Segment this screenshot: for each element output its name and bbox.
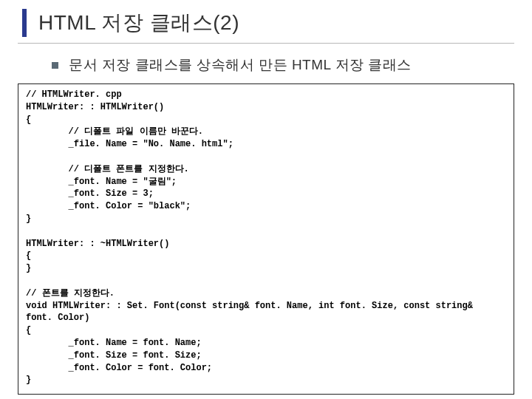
code-line: _font. Color = "black"; xyxy=(26,201,191,211)
code-line: { xyxy=(26,250,31,261)
bullet-text: 문서 저장 클래스를 상속해서 만든 HTML 저장 클래스 xyxy=(69,55,412,75)
slide-title: HTML 저장 클래스(2) xyxy=(38,9,239,37)
code-line: _font. Size = font. Size; xyxy=(26,350,202,361)
title-row: HTML 저장 클래스(2) xyxy=(0,0,532,41)
code-line: font. Color) xyxy=(26,313,89,323)
bullet-icon xyxy=(52,62,58,69)
code-line: _file. Name = "No. Name. html"; xyxy=(26,139,233,149)
code-line: // 디폴트 파일 이름만 바꾼다. xyxy=(26,126,203,137)
code-box: // HTMLWriter. cpp HTMLWriter: : HTMLWri… xyxy=(18,83,514,395)
code-line: // 폰트를 지정한다. xyxy=(26,288,115,299)
code-line: HTMLWriter: : ~HTMLWriter() xyxy=(26,239,169,249)
accent-bar xyxy=(22,9,27,37)
code-line: void HTMLWriter: : Set. Font(const strin… xyxy=(26,301,473,311)
bullet-row: 문서 저장 클래스를 상속해서 만든 HTML 저장 클래스 xyxy=(0,44,532,81)
code-line: HTMLWriter: : HTMLWriter() xyxy=(26,102,164,112)
code-line: { xyxy=(26,325,31,335)
code-line: // 디폴트 폰트를 지정한다. xyxy=(26,164,189,174)
code-line: _font. Color = font. Color; xyxy=(26,363,212,373)
code-line: _font. Name = "굴림"; xyxy=(26,177,177,187)
code-line: { xyxy=(26,115,31,125)
slide: HTML 저장 클래스(2) 문서 저장 클래스를 상속해서 만든 HTML 저… xyxy=(0,0,532,399)
code-line: _font. Size = 3; xyxy=(26,188,154,199)
code-line: } xyxy=(26,214,31,224)
code-line: } xyxy=(26,263,31,273)
code-line: _font. Name = font. Name; xyxy=(26,338,202,348)
code-line: // HTMLWriter. cpp xyxy=(26,89,122,100)
code-line: } xyxy=(26,375,31,385)
